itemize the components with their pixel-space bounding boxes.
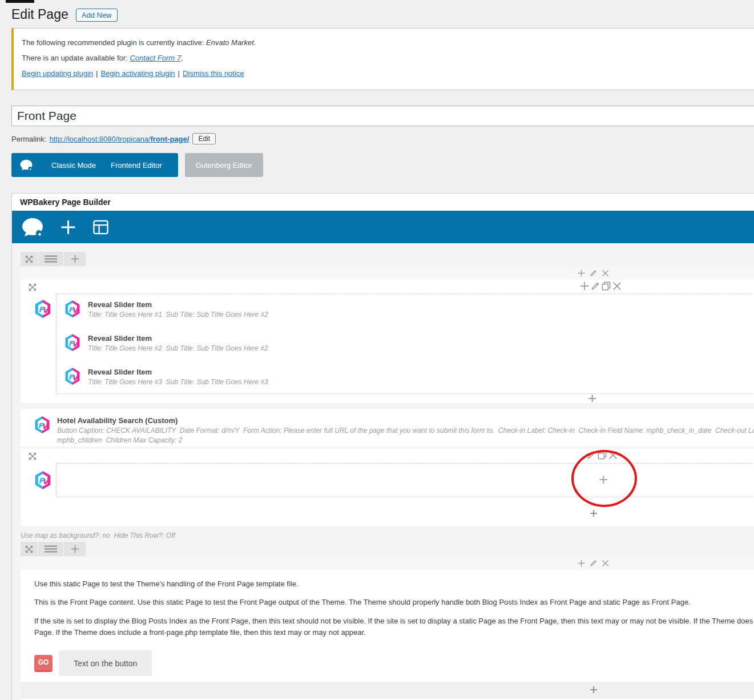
add-element-plus[interactable]: + [590, 507, 598, 520]
dismiss-notice-link[interactable]: Dismiss this notice [183, 69, 244, 78]
column-drag-handle[interactable] [29, 283, 37, 291]
text-block-content[interactable]: Use this static Page to test the Theme's… [21, 570, 754, 676]
notice-line-2: There is an update available for: Contac… [22, 53, 754, 63]
reveal-slider-item[interactable]: FV Reveal Slider Item Title: Title Goes … [64, 366, 754, 393]
classic-mode-button[interactable]: Classic Mode [44, 161, 103, 170]
paragraph-3-line-1: If the site is set to display the Blog P… [34, 615, 754, 627]
row-layout-button[interactable] [38, 542, 63, 556]
delete-x-icon[interactable] [602, 560, 609, 567]
plugin-name: Envato Market [206, 38, 254, 47]
wpbakery-postbox: WPBakery Page Builder [11, 193, 754, 700]
paragraph-3-line-2: Page. If the Theme does include a front-… [34, 627, 754, 638]
reveal-slider-element-icon: FV [34, 299, 51, 319]
empty-column-container [56, 463, 754, 497]
clone-icon[interactable] [602, 281, 611, 291]
text-button[interactable]: Text on the button [59, 650, 152, 676]
add-element-plus-circled[interactable]: + [599, 473, 608, 486]
row1-header [21, 267, 754, 280]
row2-header [21, 557, 754, 570]
permalink-row: Permalink: http://localhost:8080/tropica… [11, 132, 754, 146]
delete-x-icon[interactable] [602, 269, 609, 277]
post-title-input[interactable] [11, 106, 754, 126]
add-element-icon[interactable] [61, 220, 76, 235]
row-drag-button[interactable] [21, 542, 38, 556]
edit-pencil-icon[interactable] [587, 450, 596, 460]
clone-icon[interactable] [598, 450, 607, 460]
element-meta: Title: Title Goes Here #1 Sub Title: Sub… [88, 310, 268, 319]
add-new-button[interactable]: Add New [76, 9, 118, 22]
page-header: Edit Page Add New [11, 0, 754, 23]
row-drag-button[interactable] [21, 252, 38, 266]
add-icon[interactable] [578, 269, 585, 277]
gutenberg-editor-button[interactable]: Gutenberg Editor [185, 153, 263, 177]
page-wrap: Edit Page Add New The following recommen… [11, 0, 754, 700]
reveal-slider-item[interactable]: FV Reveal Slider Item Title: Title Goes … [64, 332, 754, 360]
element-title: Reveal Slider Item [88, 368, 268, 377]
admin-notice: The following recommended plugin is curr… [11, 28, 754, 90]
delete-x-icon[interactable] [612, 281, 622, 291]
wpbakery-navbar [12, 211, 754, 243]
row-add-button[interactable] [64, 252, 86, 266]
permalink-link[interactable]: http://localhost:8080/tropicana/front-pa… [49, 135, 189, 143]
element-hexagon-icon: FV [34, 470, 51, 490]
add-element-plus[interactable]: + [590, 683, 598, 696]
begin-activating-plugin-link[interactable]: Begin activating plugin [100, 69, 175, 78]
notice-actions: Begin updating plugin|Begin activating p… [22, 69, 754, 78]
element-hexagon-icon: FV [34, 416, 50, 434]
hotel-search-section[interactable]: FV Hotel Availability Search (Custom) Bu… [21, 409, 754, 446]
add-icon[interactable] [580, 281, 589, 291]
button-elements-row: GO Text on the button [34, 650, 754, 676]
hotel-element-meta-2: mphb_children Children Max Capacity: 2 [57, 436, 754, 445]
row2-toolbar [21, 542, 754, 556]
row2-controls [578, 560, 609, 567]
row1-controls [578, 269, 609, 277]
add-icon[interactable] [578, 560, 585, 567]
element-meta: Title: Title Goes Here #2 Sub Title: Sub… [88, 344, 268, 353]
hotel-element-meta-1: Button Caption: CHECK AVAILABILITY Date … [57, 426, 754, 435]
hotel-element-title: Hotel Availability Search (Custom) [57, 416, 754, 425]
text-block-section: Use this static Page to test the Theme's… [21, 570, 754, 700]
delete-x-icon[interactable] [608, 450, 618, 460]
paragraph-3: If the site is set to display the Blog P… [34, 615, 754, 638]
column-controls [587, 450, 618, 460]
edit-pencil-icon[interactable] [590, 269, 597, 277]
reveal-slider-item[interactable]: FV Reveal Slider Item Title: Title Goes … [64, 299, 754, 326]
frontend-editor-button[interactable]: Frontend Editor [103, 161, 170, 170]
move-icon [25, 255, 33, 263]
row-layout-icon [45, 255, 57, 263]
wpbakery-logo-icon [20, 159, 33, 171]
wpbakery-panel-title: WPBakery Page Builder [12, 194, 754, 211]
row1-toolbar [21, 252, 754, 266]
element-hexagon-icon: FV [64, 367, 80, 385]
row-layout-button[interactable] [38, 252, 63, 266]
add-element-strip: + [21, 682, 754, 699]
add-element-plus[interactable]: + [588, 392, 596, 404]
edit-pencil-icon[interactable] [591, 281, 600, 291]
page-title: Edit Page [11, 6, 68, 22]
permalink-label: Permalink: [11, 135, 46, 143]
editor-switch-row: Classic Mode Frontend Editor Gutenberg E… [11, 153, 754, 177]
contact-form-7-link[interactable]: Contact Form 7 [130, 54, 181, 62]
row-layout-icon [45, 545, 57, 553]
element-hexagon-icon: FV [64, 333, 80, 352]
map-column-section: FV + + [21, 449, 754, 526]
column-drag-handle[interactable] [29, 452, 37, 460]
element-title: Reveal Slider Item [88, 334, 268, 343]
slider-column-section: FV FV Reveal Slider Item Title: Title Go… [21, 280, 754, 403]
element-title: Reveal Slider Item [88, 300, 268, 309]
edit-pencil-icon[interactable] [590, 560, 597, 567]
move-icon [25, 545, 33, 553]
column-controls [580, 281, 622, 291]
wpbakery-mode-group: Classic Mode Frontend Editor [11, 153, 178, 177]
wpbakery-logo-icon[interactable] [22, 218, 43, 237]
builder-canvas: FV FV Reveal Slider Item Title: Title Go… [12, 243, 754, 700]
go-button[interactable]: GO [34, 655, 53, 672]
edit-permalink-button[interactable]: Edit [192, 133, 216, 144]
templates-icon[interactable] [93, 220, 108, 235]
row-settings-meta: Use map as background?: no Hide This Row… [21, 532, 754, 540]
row-add-button[interactable] [64, 542, 86, 556]
slider-items-container: FV Reveal Slider Item Title: Title Goes … [56, 293, 754, 394]
plus-icon [71, 545, 79, 553]
begin-updating-plugin-link[interactable]: Begin updating plugin [22, 69, 93, 78]
notice-line-1: The following recommended plugin is curr… [22, 38, 754, 47]
